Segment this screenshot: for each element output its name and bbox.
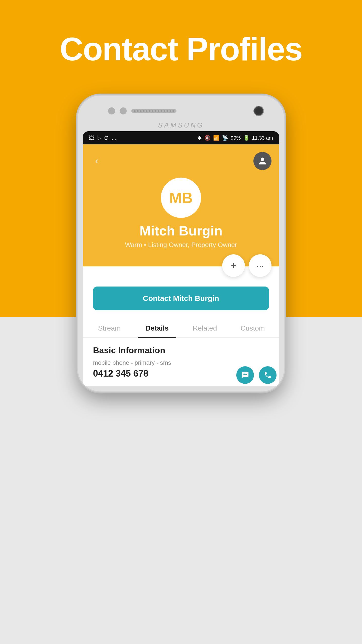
tab-details[interactable]: Details (133, 318, 181, 337)
app-header: ‹ MB Mitch Burgin Warm • Listing Owner, … (83, 144, 279, 266)
contact-button-wrapper: Contact Mitch Burgin (83, 281, 279, 318)
sensor-dot-1 (108, 107, 115, 114)
samsung-logo: SAMSUNG (83, 121, 279, 129)
status-bar-left: 🖼 ▷ ⏱ ... (89, 135, 116, 141)
status-icon-dots: ... (112, 135, 116, 141)
header-top: ‹ (90, 152, 272, 170)
phone-screen: 🖼 ▷ ⏱ ... ✱ 🔇 📶 📡 99% 🔋 11:33 am (83, 131, 279, 386)
battery-level: 99% (231, 135, 241, 141)
front-camera (253, 106, 264, 116)
status-icon-play: ▷ (97, 135, 101, 141)
contact-tags: Warm • Listing Owner, Property Owner (125, 241, 237, 249)
avatar: MB (161, 178, 201, 218)
phone-hardware-top (83, 101, 279, 121)
sound-icon: 🔇 (204, 135, 211, 141)
phone-icon (264, 371, 272, 379)
contact-name: Mitch Burgin (140, 223, 222, 238)
bottom-actions (236, 366, 277, 384)
page-title: Contact Profiles (0, 30, 362, 68)
speaker-grille (131, 109, 176, 113)
tabs: Stream Details Related Custom (83, 318, 279, 338)
field-label: mobile phone - primary - sms (93, 359, 269, 366)
bluetooth-icon: ✱ (198, 135, 202, 141)
status-bar-right: ✱ 🔇 📶 📡 99% 🔋 11:33 am (198, 135, 273, 141)
clock: 11:33 am (252, 135, 273, 141)
status-bar: 🖼 ▷ ⏱ ... ✱ 🔇 📶 📡 99% 🔋 11:33 am (83, 131, 279, 144)
tab-related[interactable]: Related (181, 318, 229, 337)
add-fab-button[interactable]: + (222, 254, 245, 277)
fab-area: + ··· (222, 254, 272, 277)
wifi-icon: 📶 (213, 135, 219, 141)
status-icon-image: 🖼 (89, 135, 94, 141)
tab-stream[interactable]: Stream (85, 318, 133, 337)
sensor-dot-2 (120, 107, 127, 114)
phone-wrapper: SAMSUNG 🖼 ▷ ⏱ ... ✱ 🔇 📶 📡 99% 🔋 (78, 96, 284, 391)
signal-icon: 📡 (222, 135, 228, 141)
person-icon (258, 157, 267, 165)
more-fab-button[interactable]: ··· (249, 254, 272, 277)
sms-icon (241, 371, 249, 379)
phone-sensors (108, 107, 176, 114)
avatar-wrapper: MB Mitch Burgin Warm • Listing Owner, Pr… (90, 178, 272, 249)
avatar-initials: MB (169, 189, 193, 207)
status-icon-clock: ⏱ (104, 135, 109, 141)
tab-custom[interactable]: Custom (229, 318, 277, 337)
call-action-button[interactable] (259, 366, 277, 384)
app-body: Contact Mitch Burgin Stream Details Rela… (83, 266, 279, 386)
phone-device: SAMSUNG 🖼 ▷ ⏱ ... ✱ 🔇 📶 📡 99% 🔋 (78, 96, 284, 391)
back-button[interactable]: ‹ (90, 155, 103, 167)
contact-button[interactable]: Contact Mitch Burgin (93, 287, 269, 310)
profile-icon-button[interactable] (253, 152, 272, 170)
battery-icon: 🔋 (243, 135, 250, 141)
sms-action-button[interactable] (236, 366, 254, 384)
section-title: Basic Information (93, 345, 269, 355)
